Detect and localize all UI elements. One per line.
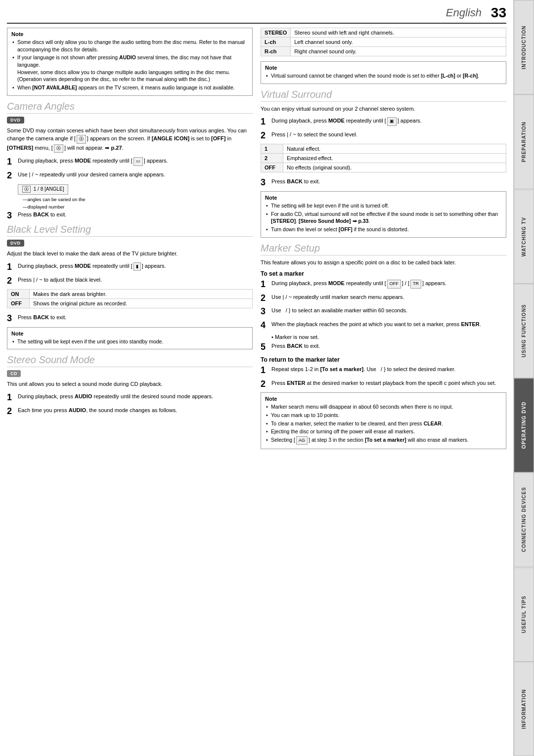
step-content: During playback, press MODE repeatedly u… [18, 262, 253, 271]
marker-step-3: 3 Use / } to select an available marker … [261, 306, 506, 317]
marker-step-4: 4 When the playback reaches the point at… [261, 320, 506, 331]
table-value: Stereo sound with left and right channel… [291, 28, 506, 38]
page-number: 33 [487, 5, 506, 21]
note-title: Note [11, 331, 248, 336]
step-icon: TR [410, 280, 421, 289]
note-list: Virtual surround cannot be changed when … [265, 72, 502, 80]
table-value: Emphasized effect. [283, 154, 506, 163]
virtual-surround-table: 1 Natural effect. 2 Emphasized effect. O… [261, 144, 506, 172]
step-content: Press BACK to exit. [271, 342, 506, 350]
camera-step-2: 2 Use | / ~ repeatedly until your desire… [7, 170, 253, 181]
angle-display-row: Ⓐ 1 / 8 [ANGLE] —angles can be varied on… [18, 184, 253, 210]
list-item: The setting will be kept even if the uni… [11, 338, 248, 345]
angle-icon2: Ⓐ [54, 144, 63, 153]
list-item: If your language is not shown after pres… [11, 54, 248, 83]
tab-operating-dvd[interactable]: OPERATING DVD [514, 378, 534, 472]
table-key: OFF [7, 299, 30, 308]
tab-preparation[interactable]: PREPARATION [514, 94, 534, 189]
marker-step-2: 2 Use | / ~ repeatedly until marker sear… [261, 293, 506, 304]
note-title: Note [265, 65, 502, 71]
virtual-surround-body: You can enjoy virtual surround on your 2… [261, 105, 506, 113]
table-key: L-ch [261, 38, 291, 47]
camera-angles-body: Some DVD may contain scenes which have b… [7, 126, 253, 153]
note-list: Marker search menu will disappear in abo… [265, 403, 502, 444]
tab-watching-tv[interactable]: WATCHING TV [514, 189, 534, 284]
step-number: 1 [261, 117, 271, 127]
tab-connecting-devices[interactable]: CONNECTING DEVICES [514, 472, 534, 567]
table-key: ON [7, 290, 30, 299]
step-number: 5 [261, 342, 271, 353]
step-content: During playback, press MODE repeatedly u… [18, 157, 253, 166]
step-content: Press BACK to exit. [271, 177, 506, 186]
tab-using-functions[interactable]: USING FUNCTIONS [514, 284, 534, 378]
tab-information[interactable]: INFORMATION [514, 662, 534, 756]
marker-step-5: 5 Press BACK to exit. [261, 342, 506, 353]
step-content: Press BACK to exit. [18, 313, 253, 322]
list-item: For audio CD, virtual surround will not … [265, 210, 502, 225]
stereo-sound-body: This unit allows you to select a sound m… [7, 380, 253, 388]
step-content: During playback, press MODE repeatedly u… [271, 117, 506, 126]
list-item: To clear a marker, select the marker to … [265, 420, 502, 427]
list-item: Virtual surround cannot be changed when … [265, 72, 502, 80]
black-step-3: 3 Press BACK to exit. [7, 313, 253, 324]
tab-introduction[interactable]: INTRODUCTION [514, 0, 534, 94]
angle-display-box: Ⓐ 1 / 8 [ANGLE] —angles can be varied on… [18, 184, 85, 210]
step-number: 4 [261, 320, 271, 331]
step-number: 3 [261, 177, 271, 188]
table-value: Shows the original picture as recorded. [30, 299, 253, 308]
stereo-table: STEREO Stereo sound with left and right … [261, 28, 506, 56]
virtual-surround-title: Virtual Surround [261, 89, 506, 102]
dvd-badge: DVD [7, 117, 24, 124]
top-note-list: Some discs will only allow you to change… [11, 39, 248, 91]
step-number: 1 [261, 365, 271, 376]
table-row: L-ch Left channel sound only. [261, 38, 506, 47]
table-row: R-ch Right channel sound only. [261, 47, 506, 56]
note-list: The setting will be kept even if the uni… [11, 338, 248, 345]
step-content: Use | / ~ repeatedly until marker search… [271, 293, 506, 301]
tab-useful-tips[interactable]: USEFUL TIPS [514, 567, 534, 662]
step-content: During playback, press MODE repeatedly u… [271, 279, 506, 289]
step-content: Press BACK to exit. [18, 210, 253, 219]
list-item: Turn down the level or select [OFF] if t… [265, 226, 502, 233]
page-header: English 33 [7, 5, 506, 24]
black-step-2: 2 Press | / ~ to adjust the black level. [7, 276, 253, 287]
list-item: The setting will be kept even if the uni… [265, 202, 502, 210]
tab-bar: INTRODUCTION PREPARATION WATCHING TV USI… [513, 0, 534, 756]
list-item: You can mark up to 10 points. [265, 412, 502, 419]
two-columns: Note Some discs will only allow you to c… [7, 28, 506, 454]
step-number: 3 [7, 210, 18, 221]
note-list: The setting will be kept even if the uni… [265, 202, 502, 233]
angle-icon-small: Ⓐ [22, 186, 31, 193]
angle-icon: Ⓐ [77, 135, 86, 144]
step-content: Press ENTER at the desired marker to res… [271, 379, 506, 387]
step-content: Press | / ~ to select the sound level. [271, 130, 506, 139]
camera-angles-title: Camera Angles [7, 101, 253, 114]
step-number: 3 [7, 313, 18, 324]
table-row: OFF No effects (original sound). [261, 163, 506, 172]
return-marker-step-2: 2 Press ENTER at the desired marker to r… [261, 379, 506, 390]
virtual-step-2: 2 Press | / ~ to select the sound level. [261, 130, 506, 141]
table-row: 2 Emphasized effect. [261, 154, 506, 163]
step-icon: ▣ [387, 117, 397, 126]
table-value: No effects (original sound). [283, 163, 506, 172]
table-value: Makes the dark areas brighter. [30, 290, 253, 299]
table-value: Right channel sound only. [291, 47, 506, 56]
step-number: 2 [261, 379, 271, 390]
top-note-title: Note [11, 31, 248, 37]
stereo-note-box: Note Virtual surround cannot be changed … [261, 61, 506, 84]
marker-setup-title: Marker Setup [261, 243, 506, 255]
dvd-badge2: DVD [7, 240, 24, 247]
table-key: OFF [261, 163, 283, 172]
table-value: Left channel sound only. [291, 38, 506, 47]
virtual-step-3: 3 Press BACK to exit. [261, 177, 506, 188]
stereo-sound-title: Stereo Sound Mode [7, 354, 253, 367]
black-level-body: Adjust the black level to make the dark … [7, 250, 253, 258]
table-key: R-ch [261, 47, 291, 56]
stereo-step-1: 1 During playback, press AUDIO repeatedl… [7, 392, 253, 403]
step-number: 1 [7, 392, 18, 403]
cd-badge: CD [7, 370, 21, 377]
step-number: 2 [261, 130, 271, 141]
list-item: Marker search menu will disappear in abo… [265, 403, 502, 411]
step-content: Use | / ~ repeatedly until your desired … [18, 170, 253, 179]
set-marker-heading: To set a marker [261, 270, 506, 277]
